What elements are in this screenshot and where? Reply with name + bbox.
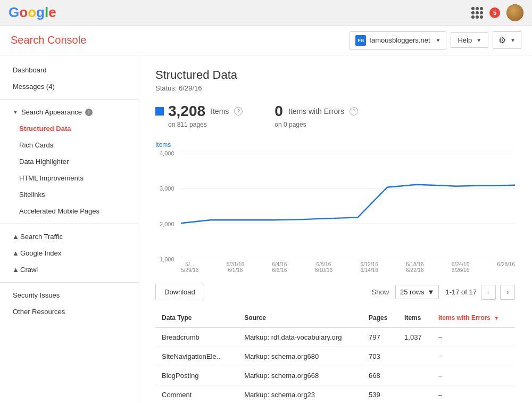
apps-icon[interactable] bbox=[471, 7, 483, 19]
x-label-top-4: 6/8/16 bbox=[316, 261, 331, 267]
sidebar-item-search-traffic[interactable]: ▶ Search Traffic bbox=[0, 228, 138, 245]
top-bar: Google 5 bbox=[0, 0, 532, 26]
cell-data-type-1: Breadcrumb bbox=[155, 327, 238, 347]
site-selector[interactable]: FB famousbloggers.net ▼ bbox=[350, 31, 446, 50]
header-controls: FB famousbloggers.net ▼ Help ▼ ⚙ ▼ bbox=[350, 31, 521, 50]
stats-row: 3,208 Items ? on 811 pages 0 Items with … bbox=[155, 103, 515, 128]
x-label-group-7: 6/24/16 6/26/16 bbox=[452, 261, 469, 273]
logo-o2: o bbox=[28, 4, 36, 21]
col-items-with-errors[interactable]: Items with Errors ▼ bbox=[432, 309, 515, 327]
cell-pages-3: 668 bbox=[362, 366, 398, 385]
sidebar-item-dashboard[interactable]: Dashboard bbox=[0, 62, 138, 78]
help-button[interactable]: Help ▼ bbox=[451, 32, 488, 48]
sidebar-item-other-resources[interactable]: Other Resources bbox=[0, 303, 138, 320]
html-improvements-label: HTML Improvements bbox=[19, 174, 84, 182]
cell-items-1: 1,037 bbox=[398, 327, 432, 347]
table-row: Comment Markup: schema.org23 539 – bbox=[155, 385, 515, 404]
user-avatar[interactable] bbox=[506, 4, 523, 21]
sidebar-item-structured-data[interactable]: Structured Data bbox=[0, 120, 138, 137]
structured-data-label: Structured Data bbox=[19, 125, 71, 133]
x-label-top-6: 6/18/16 bbox=[406, 261, 423, 267]
sidebar-item-messages[interactable]: Messages (4) bbox=[0, 78, 138, 95]
chart-area: 4,000 3,000 2,000 1,000 bbox=[181, 153, 515, 259]
logo-e: e bbox=[48, 4, 56, 21]
logo-g2: g bbox=[36, 4, 45, 21]
cell-source-1: Markup: rdf.data-vocabulary.org bbox=[238, 327, 362, 347]
items-color-box bbox=[155, 107, 164, 116]
y-label-1000: 1,000 bbox=[160, 256, 174, 262]
col-data-type: Data Type bbox=[155, 309, 238, 327]
page-title: Structured Data bbox=[155, 68, 515, 82]
errors-stat: 0 Items with Errors ? on 0 pages bbox=[275, 103, 358, 128]
sidebar-item-security-issues[interactable]: Security Issues bbox=[0, 287, 138, 303]
cell-errors-2: – bbox=[432, 347, 515, 366]
items-help-icon[interactable]: ? bbox=[234, 107, 243, 116]
errors-count: 0 bbox=[275, 103, 283, 120]
site-dropdown-arrow: ▼ bbox=[436, 37, 441, 43]
x-label-bot-2: 6/1/16 bbox=[228, 267, 243, 273]
table-header-row: Data Type Source Pages Items Items with … bbox=[155, 309, 515, 327]
x-label-group-3: 6/4/16 6/6/16 bbox=[272, 261, 287, 273]
col-pages: Pages bbox=[362, 309, 398, 327]
dashboard-label: Dashboard bbox=[13, 66, 47, 74]
x-label-group-1: 5/... 5/29/16 bbox=[181, 261, 198, 273]
sidebar-item-html-improvements[interactable]: HTML Improvements bbox=[0, 170, 138, 186]
cell-pages-2: 703 bbox=[362, 347, 398, 366]
site-name: famousbloggers.net bbox=[369, 36, 430, 44]
sidebar-item-amp[interactable]: Accelerated Mobile Pages bbox=[0, 203, 138, 219]
cell-errors-4: – bbox=[432, 385, 515, 404]
google-index-label: Google Index bbox=[20, 249, 61, 257]
errors-sub: on 0 pages bbox=[275, 121, 358, 128]
x-label-group-2: 5/31/16 6/1/16 bbox=[227, 261, 244, 273]
sidebar-item-crawl[interactable]: ▶ Crawl bbox=[0, 261, 138, 278]
items-stat: 3,208 Items ? on 811 pages bbox=[155, 103, 243, 128]
expand-crawl-icon: ▶ bbox=[12, 268, 18, 272]
sidebar-item-rich-cards[interactable]: Rich Cards bbox=[0, 137, 138, 153]
x-label-top-2: 5/31/16 bbox=[227, 261, 244, 267]
table-row: SiteNavigationEle... Markup: schema.org6… bbox=[155, 347, 515, 366]
prev-page-button[interactable]: ‹ bbox=[481, 285, 496, 300]
x-label-group-4: 6/8/16 6/10/16 bbox=[315, 261, 332, 273]
search-traffic-label: Search Traffic bbox=[20, 233, 63, 241]
y-label-2000: 2,000 bbox=[160, 221, 174, 227]
site-icon: FB bbox=[355, 35, 366, 46]
sidebar-item-data-highlighter[interactable]: Data Highlighter bbox=[0, 153, 138, 170]
errors-stat-main: 0 Items with Errors ? bbox=[275, 103, 358, 120]
download-button[interactable]: Download bbox=[155, 284, 204, 300]
errors-help-icon[interactable]: ? bbox=[350, 107, 358, 116]
right-controls: Show 25 rows ▼ 1-17 of 17 ‹ › bbox=[372, 285, 515, 300]
chart-label: Items bbox=[155, 141, 515, 149]
x-label-group-8: 6/28/16 bbox=[497, 261, 515, 273]
expand-search-traffic-icon: ▶ bbox=[12, 235, 18, 239]
x-label-bot-6: 6/22/16 bbox=[406, 267, 423, 273]
cell-source-4: Markup: schema.org23 bbox=[238, 385, 362, 404]
rich-cards-label: Rich Cards bbox=[19, 141, 53, 149]
notification-badge[interactable]: 5 bbox=[489, 7, 500, 18]
errors-label: Items with Errors bbox=[288, 107, 344, 116]
search-appearance-info-icon[interactable]: i bbox=[85, 109, 93, 116]
gear-icon: ⚙ bbox=[498, 35, 506, 45]
x-axis: 5/... 5/29/16 5/31/16 6/1/16 6/4/16 6/6/… bbox=[181, 261, 515, 273]
cell-pages-1: 797 bbox=[362, 327, 398, 347]
rows-select[interactable]: 25 rows ▼ bbox=[395, 285, 439, 299]
x-label-top-8: 6/28/16 bbox=[497, 261, 515, 267]
cell-source-2: Markup: schema.org680 bbox=[238, 347, 362, 366]
search-console-title[interactable]: Search Console bbox=[11, 34, 86, 46]
items-stat-main: 3,208 Items ? bbox=[155, 103, 243, 120]
sidebar-item-search-appearance[interactable]: ▼ Search Appearance i bbox=[0, 104, 138, 120]
chart-container: Items 4,000 3,000 2,000 1,000 bbox=[155, 141, 515, 273]
chart-svg bbox=[181, 153, 515, 259]
next-page-button[interactable]: › bbox=[500, 285, 515, 300]
main-content: Structured Data Status: 6/29/16 3,208 It… bbox=[138, 55, 532, 403]
sidebar: Dashboard Messages (4) ▼ Search Appearan… bbox=[0, 55, 138, 403]
x-label-top-7: 6/24/16 bbox=[452, 261, 469, 267]
items-label: Items bbox=[211, 107, 229, 116]
x-label-top-1: 5/... bbox=[185, 261, 194, 267]
page-status: Status: 6/29/16 bbox=[155, 84, 515, 92]
sidebar-item-google-index[interactable]: ▶ Google Index bbox=[0, 245, 138, 261]
sidebar-item-sitelinks[interactable]: Sitelinks bbox=[0, 186, 138, 203]
settings-button[interactable]: ⚙ ▼ bbox=[493, 31, 521, 49]
security-issues-label: Security Issues bbox=[13, 291, 60, 299]
main-layout: Dashboard Messages (4) ▼ Search Appearan… bbox=[0, 55, 532, 403]
x-label-top-3: 6/4/16 bbox=[272, 261, 287, 267]
